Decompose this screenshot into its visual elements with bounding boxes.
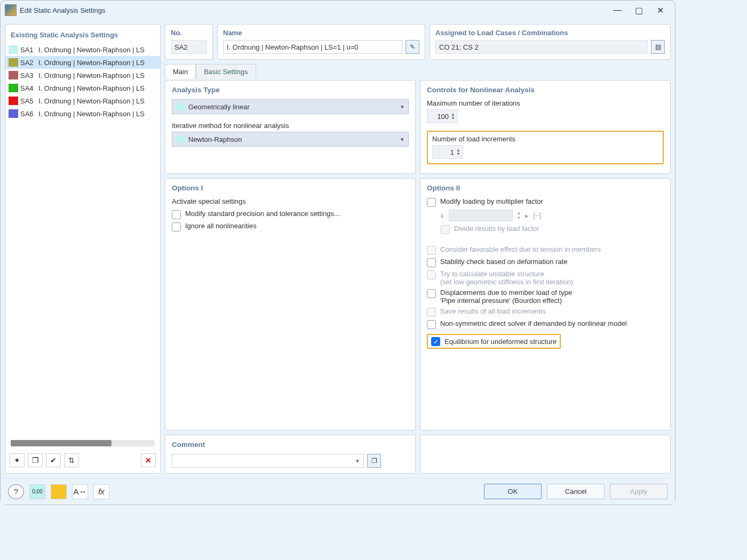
comment-combo[interactable] xyxy=(172,454,364,468)
edit-name-icon[interactable]: ✎ xyxy=(406,40,419,54)
non-symmetric-row[interactable]: Non-symmetric direct solver if demanded … xyxy=(427,319,664,329)
name-input[interactable]: I. Ordnung | Newton-Raphson | LS=1 | u=0 xyxy=(223,40,402,54)
spin-arrows-icon[interactable]: ▲▼ xyxy=(456,148,460,156)
displacements-row[interactable]: Displacements due to member load of type… xyxy=(427,289,664,305)
no-input[interactable]: SA2 xyxy=(171,40,207,54)
new-icon[interactable]: ✦ xyxy=(10,453,25,467)
equilibrium-highlight: ✓ Equilibrium for undeformed structure xyxy=(427,334,561,349)
sa-list[interactable]: SA1I. Ordnung | Newton-Raphson | LSSA2I.… xyxy=(5,43,160,437)
swatch-icon xyxy=(177,135,185,143)
comment-library-icon[interactable]: ❐ xyxy=(367,454,381,468)
assigned-input[interactable]: CO 21; CS 2 xyxy=(435,40,648,54)
sa-name: I. Ordnung | Newton-Raphson | LS xyxy=(38,46,160,54)
ignore-nonlin-row[interactable]: Ignore all nonlinearities xyxy=(172,222,409,231)
checkbox-icon[interactable] xyxy=(427,320,436,329)
nonlinear-heading: Controls for Nonlinear Analysis xyxy=(427,86,664,94)
max-iter-input[interactable]: 100▲▼ xyxy=(427,109,458,123)
swatch-icon xyxy=(177,103,185,110)
tab-basic-settings[interactable]: Basic Settings xyxy=(196,64,256,79)
tab-main[interactable]: Main xyxy=(165,64,196,79)
checkbox-icon[interactable] xyxy=(427,198,436,207)
color-swatch-icon xyxy=(9,45,18,54)
window-title: Edit Static Analysis Settings xyxy=(20,6,607,14)
sa-name: I. Ordnung | Newton-Raphson | LS xyxy=(38,97,160,105)
load-incr-label: Number of load increments xyxy=(432,135,658,143)
sidebar-item-sa6[interactable]: SA6I. Ordnung | Newton-Raphson | LS xyxy=(5,107,160,120)
iter-method-label: Iterative method for nonlinear analysis xyxy=(172,122,409,130)
sidebar-item-sa1[interactable]: SA1I. Ordnung | Newton-Raphson | LS xyxy=(5,43,160,56)
checkbox-checked-icon[interactable]: ✓ xyxy=(431,337,440,346)
color-swatch-icon xyxy=(9,97,18,105)
save-results-row: Save results of all load increments xyxy=(427,307,664,317)
sa-id: SA4 xyxy=(20,84,38,92)
ok-button[interactable]: OK xyxy=(484,484,542,499)
comment-heading: Comment xyxy=(172,441,409,449)
titlebar: Edit Static Analysis Settings — ▢ ✕ xyxy=(1,1,675,20)
help-icon[interactable]: ? xyxy=(8,484,24,499)
color-swatch-icon xyxy=(9,84,18,92)
name-label: Name xyxy=(223,29,419,37)
k-factor-row: k ▲▼ ▸ [--] xyxy=(427,210,664,221)
load-incr-input[interactable]: 1▲▼ xyxy=(432,145,463,159)
units-icon[interactable]: 0,00 xyxy=(29,484,45,499)
sidebar-item-sa5[interactable]: SA5I. Ordnung | Newton-Raphson | LS xyxy=(5,94,160,107)
color-swatch-icon xyxy=(9,71,18,79)
activate-special-label: Activate special settings xyxy=(172,197,409,205)
sa-name: I. Ordnung | Newton-Raphson | LS xyxy=(38,59,160,67)
close-button[interactable]: ✕ xyxy=(649,2,671,18)
check-all-icon[interactable]: ✔ xyxy=(46,453,61,467)
no-label: No. xyxy=(171,29,207,37)
assigned-picker-icon[interactable]: ▤ xyxy=(651,40,665,54)
k-input xyxy=(449,210,513,221)
modify-loading-row[interactable]: Modify loading by multiplier factor xyxy=(427,197,664,207)
try-unstable-row: Try to calculate unstable structure (set… xyxy=(427,270,664,286)
sa-name: I. Ordnung | Newton-Raphson | LS xyxy=(38,84,160,92)
spin-arrows-icon[interactable]: ▲▼ xyxy=(451,113,455,120)
color-swatch-icon xyxy=(9,109,18,118)
horizontal-scrollbar[interactable] xyxy=(11,440,155,446)
checkbox-icon[interactable] xyxy=(427,289,436,298)
divide-results-row: Divide results by load factor xyxy=(427,225,664,234)
analysis-type-combo[interactable]: Geometrically linear xyxy=(172,99,409,114)
load-increments-highlight: Number of load increments 1▲▼ xyxy=(427,131,664,164)
sa-id: SA2 xyxy=(20,59,38,67)
consider-tension-row: Consider favorable effect due to tension… xyxy=(427,245,664,255)
sa-id: SA3 xyxy=(20,71,38,79)
options2-heading: Options II xyxy=(427,184,664,192)
app-icon xyxy=(5,4,17,16)
sidebar-heading: Existing Static Analysis Settings xyxy=(5,29,160,43)
max-iter-label: Maximum number of iterations xyxy=(427,99,664,107)
sidebar-item-sa3[interactable]: SA3I. Ordnung | Newton-Raphson | LS xyxy=(5,69,160,82)
fx-icon[interactable]: fx xyxy=(93,484,109,499)
config-icon[interactable]: A↔ xyxy=(72,484,88,499)
checkbox-icon xyxy=(427,270,436,279)
analysis-type-heading: Analysis Type xyxy=(172,86,409,94)
checkbox-icon xyxy=(427,308,436,317)
assigned-label: Assigned to Load Cases / Combinations xyxy=(435,29,665,37)
maximize-button[interactable]: ▢ xyxy=(628,2,649,18)
modify-precision-row[interactable]: Modify standard precision and tolerance … xyxy=(172,210,409,219)
iter-method-combo[interactable]: Newton-Raphson xyxy=(172,132,409,147)
delete-icon[interactable]: ✕ xyxy=(141,453,156,467)
checkbox-icon xyxy=(441,225,450,234)
copy-icon[interactable]: ❐ xyxy=(28,453,43,467)
stability-check-row[interactable]: Stability check based on deformation rat… xyxy=(427,258,664,267)
checkbox-icon xyxy=(427,246,436,255)
cancel-button[interactable]: Cancel xyxy=(547,484,605,499)
sa-id: SA5 xyxy=(20,97,38,105)
check-toggle-icon[interactable]: ⇅ xyxy=(64,453,79,467)
sa-name: I. Ordnung | Newton-Raphson | LS xyxy=(38,110,160,118)
checkbox-icon[interactable] xyxy=(172,222,181,231)
color-icon[interactable] xyxy=(51,484,67,499)
checkbox-icon[interactable] xyxy=(427,258,436,267)
apply-button: Apply xyxy=(610,484,667,499)
minimize-button[interactable]: — xyxy=(607,2,628,18)
sa-name: I. Ordnung | Newton-Raphson | LS xyxy=(38,71,160,79)
color-swatch-icon xyxy=(9,58,18,67)
sa-id: SA1 xyxy=(20,46,38,54)
sa-id: SA6 xyxy=(20,110,38,118)
sidebar-item-sa2[interactable]: SA2I. Ordnung | Newton-Raphson | LS xyxy=(5,56,160,69)
sidebar-item-sa4[interactable]: SA4I. Ordnung | Newton-Raphson | LS xyxy=(5,82,160,94)
checkbox-icon[interactable] xyxy=(172,210,181,219)
options1-heading: Options I xyxy=(172,184,409,192)
